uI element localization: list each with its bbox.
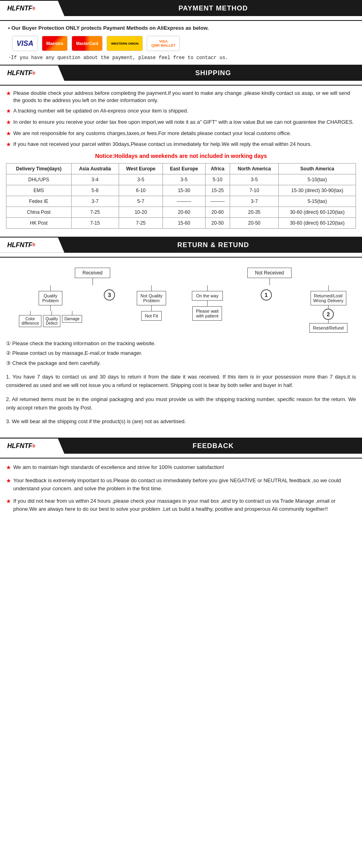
row-chinapost-east: 20-60 xyxy=(163,207,206,217)
feedback-brand: HLFNTF® xyxy=(0,438,64,454)
row-hkpost-africa: 20-50 xyxy=(205,217,230,228)
fb-text-1: We aim to maintain high standards of exc… xyxy=(13,463,224,471)
nr-vert1 xyxy=(269,278,270,285)
payment-brand: HLFNTF® xyxy=(0,1,64,16)
onway-branch: On the way Please waitwith patient xyxy=(192,285,223,321)
shipping-table: Delivery Time(days) Asia Australia West … xyxy=(6,163,356,229)
not-received-box: Not Received xyxy=(247,268,292,278)
circle2-label: 2 xyxy=(327,311,330,317)
shipping-notice: Notice:Hoildays and weekends are not inc… xyxy=(6,153,356,159)
payment-icons-row: VISA Maestro MasterCard WESTERN UNION VI… xyxy=(8,36,354,51)
return-points: 1. You have 7 days to contact us and 30 … xyxy=(6,373,356,426)
on-the-way-box: On the way xyxy=(192,291,223,301)
payment-section: HLFNTF® PAYMENT METHOD • Our Buyer Prote… xyxy=(0,0,362,65)
row-chinapost-north: 20-35 xyxy=(230,207,278,217)
flowchart-container: Received QualityProblem xyxy=(6,264,356,335)
circle1-wrapper: 1 xyxy=(261,289,272,301)
shipping-brand: HLFNTF® xyxy=(0,66,64,81)
row-dhl-asia: 3-4 xyxy=(71,174,119,185)
shipping-title: SHIPPING xyxy=(64,69,362,77)
fb-text-3: If you did not hear from us within 24 ho… xyxy=(13,497,356,513)
col-header-delivery: Delivery Time(days) xyxy=(6,163,72,174)
bullet1-text: Our Buyer Protection ONLY protects Payme… xyxy=(11,25,209,31)
star-icon-3: ★ xyxy=(6,119,11,127)
row-fedex-label: Fedex IE xyxy=(6,196,72,207)
nr-branch-row: On the way Please waitwith patient 1 Ret… xyxy=(192,285,348,333)
step3-text: ③ Check the package and item carefully. xyxy=(6,360,101,366)
return-steps: ① Please check the tracking information … xyxy=(6,340,356,367)
table-row: Fedex IE 3-7 5-7 --------- --------- 3-7… xyxy=(6,196,356,207)
fb-star-2: ★ xyxy=(6,477,11,485)
feedback-content: ★ We aim to maintain high standards of e… xyxy=(0,459,362,522)
feedback-header: HLFNTF® FEEDBACK xyxy=(0,438,362,454)
row-chinapost-west: 10-20 xyxy=(119,207,163,217)
rl-vert2 xyxy=(328,305,329,309)
return-brand-text: HLFNTF xyxy=(7,242,32,249)
row-hkpost-east: 15-60 xyxy=(163,217,206,228)
row-hkpost-asia: 7-15 xyxy=(71,217,119,228)
row-dhl-west: 3-5 xyxy=(119,174,163,185)
row-ems-africa: 15-25 xyxy=(205,185,230,196)
step-3: ③ Check the package and item carefully. xyxy=(6,359,356,367)
payment-note: ·If you have any question about the paym… xyxy=(8,55,354,61)
shipping-point-4: ★ We are not responsible for any customs… xyxy=(6,130,356,138)
return-header: HLFNTF® RETURN & RETUND xyxy=(0,237,362,253)
not-quality-problem-box: Not QualityProblem xyxy=(137,291,166,305)
table-row: DHL/UPS 3-4 3-5 3-5 5-10 3-5 5-10(tax) xyxy=(6,174,356,185)
row-fedex-africa: --------- xyxy=(205,196,230,207)
please-wait-box: Please waitwith patient xyxy=(192,306,222,321)
row-fedex-south: 5-15(tax) xyxy=(279,196,356,207)
visa-icon: VISA xyxy=(12,36,38,51)
qiwi-icon: VISAQIWI WALLET xyxy=(147,36,180,51)
received-box: Received xyxy=(75,268,110,278)
shipping-point-5: ★ If you have not received your parcel w… xyxy=(6,141,356,149)
feedback-point-3: ★ If you did not hear from us within 24 … xyxy=(6,497,356,513)
row-ems-west: 6-10 xyxy=(119,185,163,196)
row-chinapost-label: China Post xyxy=(6,207,72,217)
row-hkpost-label: HK Post xyxy=(6,217,72,228)
not-received-label: Not Received xyxy=(255,270,284,276)
step1-text: ① Please check the tracking information … xyxy=(6,340,156,346)
circle3-label: 3 xyxy=(108,292,111,298)
circle1-label: 1 xyxy=(265,292,268,298)
shipping-content: ★ Please double check your address befor… xyxy=(0,86,362,237)
row-dhl-north: 3-5 xyxy=(230,174,278,185)
feedback-point-2: ★ Your feedback is extremely important t… xyxy=(6,477,356,492)
shipping-point-1: ★ Please double check your address befor… xyxy=(6,90,356,104)
feedback-point-1: ★ We aim to maintain high standards of e… xyxy=(6,463,356,472)
star-icon-1: ★ xyxy=(6,90,11,98)
table-row: EMS 5-8 6-10 15-30 15-25 7-10 15-30 (dir… xyxy=(6,185,356,196)
nq-vert2 xyxy=(151,305,152,311)
circle-1: 1 xyxy=(261,289,272,301)
table-row: China Post 7-25 10-20 20-60 20-60 20-35 … xyxy=(6,207,356,217)
feedback-section: HLFNTF® FEEDBACK ★ We aim to maintain hi… xyxy=(0,438,362,522)
nq-vert xyxy=(151,285,152,291)
color-difference-box: Colordifference xyxy=(19,315,41,327)
row-ems-asia: 5-8 xyxy=(71,185,119,196)
col-header-asia: Asia Australia xyxy=(71,163,119,174)
row-dhl-south: 5-10(tax) xyxy=(279,174,356,185)
payment-title: PAYMENT METHOD xyxy=(64,4,362,12)
row-ems-east: 15-30 xyxy=(163,185,206,196)
maestro-icon: Maestro xyxy=(42,36,68,51)
flow-left: Received QualityProblem xyxy=(6,268,179,333)
row-ems-north: 7-10 xyxy=(230,185,278,196)
feedback-brand-text: HLFNTF xyxy=(7,442,32,450)
return-p3-text: 3. We will bear all the shipping cost if… xyxy=(6,418,186,424)
shipping-text-3: In order to ensure you receive your orde… xyxy=(13,119,354,126)
q-vert xyxy=(50,285,51,291)
row-ems-south: 15-30 (direct) 30-90(tax) xyxy=(279,185,356,196)
star-icon-4: ★ xyxy=(6,130,11,138)
circle3-wrapper: 3 xyxy=(104,289,115,301)
shipping-section: HLFNTF® SHIPPING ★ Please double check y… xyxy=(0,65,362,237)
color-diff-branch: Colordifference xyxy=(19,311,41,327)
fb-star-3: ★ xyxy=(6,497,11,506)
qd-vert xyxy=(51,311,52,315)
return-point-2: 2. All returned items must be in the ori… xyxy=(6,395,356,412)
row-chinapost-south: 30-60 (direct) 60-120(tax) xyxy=(279,207,356,217)
shipping-text-5: If you have not received your parcel wit… xyxy=(13,141,312,148)
row-ems-label: EMS xyxy=(6,185,72,196)
return-p1-text: 1. You have 7 days to contact us and 30 … xyxy=(6,374,356,388)
row-dhl-east: 3-5 xyxy=(163,174,206,185)
row-hkpost-south: 30-60 (direct) 60-120(tax) xyxy=(279,217,356,228)
